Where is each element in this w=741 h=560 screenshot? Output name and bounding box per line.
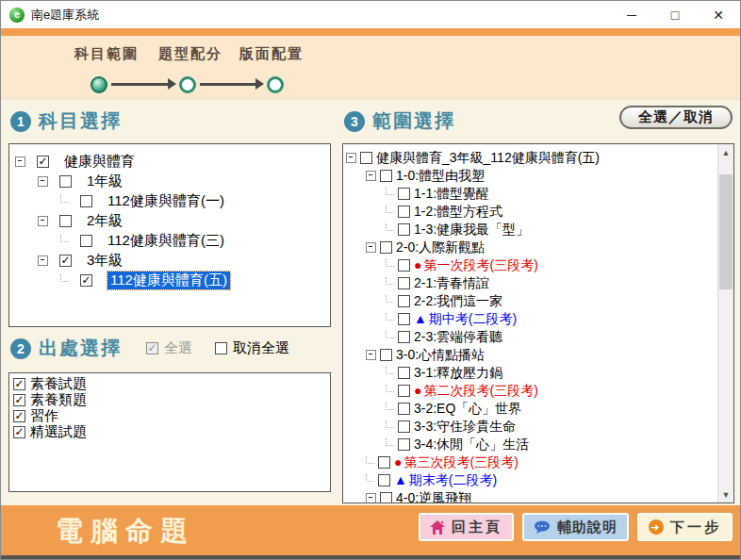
tree-row[interactable]: 3-4:休閒「心」生活 [343,436,717,453]
tree-label[interactable]: ●第一次段考(三段考) [414,257,538,274]
tree-label[interactable]: ●第二次段考(三段考) [414,383,538,400]
checkbox[interactable] [37,156,49,168]
tree-row[interactable]: 3-1:釋放壓力鍋 [343,364,717,382]
checkbox[interactable] [13,426,25,438]
tree-label[interactable]: 1-3:健康我最「型」 [414,222,529,239]
tree-row[interactable]: 1-1:體型覺醒 [343,185,717,203]
tree-row[interactable]: ●第一次段考(三段考) [343,256,717,274]
tree-expander-minus-icon[interactable] [366,242,376,253]
tree-row[interactable]: 健康與體育_3年級_112健康與體育(五) [343,149,717,167]
next-step-button[interactable]: ➜ 下一步 [637,513,733,541]
checkbox[interactable] [380,241,392,254]
scrollbar-thumb[interactable] [719,174,733,289]
tree-expander-minus-icon[interactable] [366,171,376,181]
tree-expander-minus-icon[interactable] [366,493,376,503]
checkbox[interactable] [398,313,410,325]
checkbox[interactable] [398,188,410,200]
list-item[interactable]: 素養試題 [11,376,328,392]
tree-row[interactable]: 2-2:我們這一家 [343,292,717,310]
checkbox[interactable] [380,492,392,503]
tree-label[interactable]: 3-1:釋放壓力鍋 [414,365,502,382]
checkbox[interactable] [398,420,410,433]
tree-row[interactable]: 3-0:心情點播站 [343,346,717,364]
checkbox[interactable] [378,474,390,486]
checkbox[interactable] [398,295,410,307]
tree-row[interactable]: ●第二次段考(三段考) [343,382,717,400]
tree-expander-minus-icon[interactable] [346,153,356,163]
tree-row[interactable]: 3-2:EQ「心」世界 [343,400,717,418]
checkbox[interactable] [59,255,72,267]
select-all-toggle-button[interactable]: 全選／取消 [619,106,733,129]
checkbox[interactable] [378,456,390,469]
checkbox[interactable] [80,235,92,247]
list-item[interactable]: 習作 [11,408,328,424]
tree-label[interactable]: 3年級 [87,252,123,270]
tree-label[interactable]: ●第三次段考(三段考) [394,454,519,471]
deselect-all-checkbox-group[interactable]: 取消全選 [215,339,289,357]
tree-row[interactable]: ▲期中考(二段考) [343,310,717,328]
tree-expander-minus-icon[interactable] [38,216,48,226]
checkbox[interactable] [398,403,410,415]
scroll-up-icon[interactable]: ▲ [718,144,733,160]
tree-row[interactable]: 112健康與體育(五) [9,271,330,290]
checkbox[interactable] [398,331,410,343]
tree-row[interactable]: 112健康與體育(三) [9,231,330,251]
tree-label[interactable]: ▲期末考(二段考) [394,472,497,489]
tree-label[interactable]: 2-2:我們這一家 [414,293,502,310]
checkbox[interactable] [398,206,410,218]
tree-label[interactable]: 1-1:體型覺醒 [414,186,489,203]
checkbox[interactable] [59,215,72,227]
tree-label[interactable]: 3-4:休閒「心」生活 [414,436,529,453]
checkbox[interactable] [398,223,410,236]
tree-row[interactable]: 2-3:雲端停看聽 [343,328,717,346]
tree-label[interactable]: 3-3:守住珍貴生命 [414,419,516,436]
checkbox[interactable] [398,259,410,272]
tree-label[interactable]: ▲期中考(二段考) [414,311,517,328]
maximize-button[interactable]: □ [653,1,697,28]
tree-expander-minus-icon[interactable] [38,176,48,187]
checkbox[interactable] [398,367,410,379]
checkbox[interactable] [80,195,92,207]
checkbox[interactable] [80,274,92,287]
tree-label[interactable]: 4-0:逆風飛翔 [396,490,471,504]
vertical-scrollbar[interactable]: ▲ ▼ [717,144,733,502]
tree-row[interactable]: 3年級 [9,251,330,271]
tree-row[interactable]: 112健康與體育(一) [9,191,330,211]
checkbox[interactable] [59,175,72,188]
tree-label[interactable]: 3-2:EQ「心」世界 [414,401,521,418]
minimize-button[interactable]: ─ [610,1,653,28]
tree-label[interactable]: 2年級 [87,212,123,230]
tree-label[interactable]: 112健康與體育(五) [107,272,230,289]
checkbox[interactable] [380,170,392,182]
deselect-all-checkbox[interactable] [215,342,227,354]
tree-row[interactable]: ▲期末考(二段考) [343,471,717,489]
tree-row[interactable]: 1-3:健康我最「型」 [343,221,717,239]
tree-row[interactable]: 健康與體育 [9,152,330,172]
checkbox[interactable] [398,385,410,397]
tree-row[interactable]: 2-0:人際新觀點 [343,239,717,256]
select-all-checkbox[interactable] [146,342,158,354]
tree-expander-minus-icon[interactable] [15,156,25,167]
tree-row[interactable]: 3-3:守住珍貴生命 [343,418,717,436]
checkbox[interactable] [398,277,410,289]
tree-label[interactable]: 2-1:青春情誼 [414,275,489,292]
tree-row[interactable]: 1-0:體型由我塑 [343,167,717,185]
tree-expander-minus-icon[interactable] [38,255,48,266]
tree-label[interactable]: 3-0:心情點播站 [396,347,485,364]
checkbox[interactable] [380,349,392,361]
home-button[interactable]: 回主頁 [419,513,514,541]
tree-row[interactable]: 4-0:逆風飛翔 [343,489,717,503]
tree-label[interactable]: 112健康與體育(三) [107,232,224,250]
list-item[interactable]: 素養類題 [11,392,328,408]
select-all-checkbox-group[interactable]: 全選 [146,339,192,357]
tree-label[interactable]: 112健康與體育(一) [107,192,224,210]
tree-label[interactable]: 健康與體育 [64,153,135,171]
scroll-down-icon[interactable]: ▼ [718,486,733,502]
tree-label[interactable]: 1-0:體型由我塑 [396,168,485,185]
checkbox[interactable] [360,152,372,164]
checkbox[interactable] [398,438,410,451]
tree-expander-minus-icon[interactable] [366,350,376,360]
tree-row[interactable]: 1-2:體型方程式 [343,203,717,221]
close-button[interactable]: ✕ [697,1,740,28]
tree-row[interactable]: 2-1:青春情誼 [343,274,717,292]
